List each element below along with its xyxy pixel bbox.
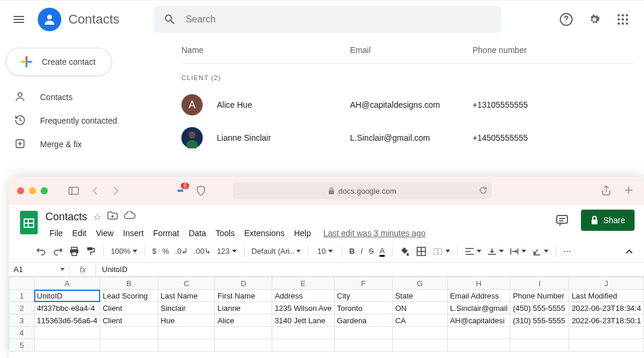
undo-button[interactable] [34,244,49,259]
font-size-dropdown[interactable]: 10 [313,246,337,257]
cell[interactable]: (310) 555-5555 [510,314,569,327]
horizontal-align-button[interactable] [463,246,484,257]
cell[interactable]: 1235 Wilson Ave [272,302,335,314]
apps-button[interactable] [611,8,635,31]
fill-color-button[interactable] [397,244,412,259]
decrease-decimal-button[interactable]: .0↲ [173,244,190,258]
cell[interactable] [158,339,215,352]
doc-title[interactable]: Contacts [45,211,87,223]
cell[interactable] [334,339,392,352]
currency-button[interactable]: $ [150,244,158,258]
col-header[interactable]: C [158,277,215,290]
move-button[interactable] [107,211,118,223]
help-button[interactable] [554,8,578,31]
collapse-toolbar-button[interactable] [623,246,636,257]
window-controls[interactable] [17,187,48,194]
minimize-window-button[interactable] [29,187,36,194]
cell[interactable] [510,339,569,352]
col-header[interactable]: G [392,277,447,290]
back-button[interactable] [88,185,102,196]
cell[interactable]: Sinclair [158,302,215,314]
text-rotation-button[interactable] [530,246,551,257]
cell[interactable]: (450) 555-5555 [510,302,569,314]
menu-format[interactable]: Format [149,226,183,240]
cell[interactable]: Toronto [334,302,392,314]
vertical-align-button[interactable] [485,246,506,257]
cell[interactable] [447,327,510,339]
cell[interactable]: 3140 Jett Lane [272,314,335,327]
cell[interactable] [569,327,644,339]
cell[interactable]: 2022-06-23T18:34:4 [569,302,644,314]
col-header[interactable]: F [334,277,392,290]
cell[interactable]: 115363d6-56a6-4 [34,314,100,327]
col-header[interactable]: D [215,277,272,290]
text-color-button[interactable]: A [377,244,387,259]
cell[interactable] [447,339,510,352]
cell[interactable] [569,339,644,352]
menu-tools[interactable]: Tools [212,226,239,240]
menu-file[interactable]: File [45,226,67,240]
icloud-tabs-button[interactable]: •••6 [173,186,187,195]
cell[interactable]: CA [392,314,447,327]
print-button[interactable] [67,244,82,259]
new-tab-button[interactable] [622,185,636,196]
menu-help[interactable]: Help [290,226,315,240]
cell[interactable] [34,339,100,352]
menu-insert[interactable]: Insert [119,226,148,240]
cell[interactable]: 2022-06-23T18:50:1 [569,314,644,327]
col-header[interactable]: E [272,277,335,290]
select-all-corner[interactable] [9,277,35,290]
cell[interactable]: Address [272,290,335,302]
strikethrough-button[interactable]: S [366,244,377,258]
col-header[interactable]: B [100,277,158,290]
nav-contacts[interactable]: Contacts [0,85,170,109]
italic-button[interactable]: I [358,244,365,258]
search-input[interactable] [186,14,492,25]
cell[interactable]: Client [100,314,158,327]
cell[interactable] [272,339,335,352]
cell[interactable]: Alice [215,314,272,327]
menu-view[interactable]: View [92,226,118,240]
cell[interactable]: Last Modified [569,290,644,302]
percent-button[interactable]: % [160,244,171,258]
zoom-dropdown[interactable]: 100% [108,246,140,257]
more-formats-button[interactable]: 123 [214,246,239,257]
settings-button[interactable] [583,8,606,31]
cell[interactable]: Gardena [334,314,392,327]
more-toolbar-button[interactable]: ⋯ [561,244,573,258]
menu-extensions[interactable]: Extensions [240,226,288,240]
forward-button[interactable] [109,185,123,196]
cloud-status-icon[interactable] [124,211,136,222]
cell[interactable]: Phone Number [510,290,569,302]
cell[interactable]: AH@capitaldesi [447,314,510,327]
paint-format-button[interactable] [83,244,98,259]
cell[interactable] [272,327,335,339]
nav-frequent[interactable]: Frequently contacted [0,109,170,132]
close-window-button[interactable] [17,187,24,194]
cell[interactable]: UnitoID [34,290,100,302]
cell[interactable]: Lead Scoring [100,290,158,302]
cell[interactable]: ON [392,302,447,314]
col-header[interactable]: A [34,277,100,290]
increase-decimal-button[interactable]: .00↳ [191,244,213,258]
formula-bar[interactable]: UnitoID [96,265,644,274]
shield-button[interactable] [194,185,208,196]
cell[interactable] [100,327,158,339]
cell[interactable]: Email Address [447,290,510,302]
cell[interactable] [510,327,569,339]
name-box[interactable]: A1 [9,263,70,276]
borders-button[interactable] [414,244,429,259]
url-bar[interactable]: docs.google.com [233,183,492,199]
last-edit-link[interactable]: Last edit was 3 minutes ago [323,228,426,238]
menu-edit[interactable]: Edit [68,226,91,240]
cell[interactable] [215,327,272,339]
cell[interactable]: Hue [158,314,215,327]
share-button[interactable] [599,185,613,196]
redo-button[interactable] [50,244,65,259]
col-header[interactable]: I [510,277,569,290]
cell[interactable] [158,327,215,339]
cell[interactable]: 4f337bbc-e8a4-4 [34,302,100,314]
col-header[interactable]: J [569,277,644,290]
row-header[interactable]: 3 [9,314,35,327]
create-contact-button[interactable]: Create contact [6,48,112,76]
